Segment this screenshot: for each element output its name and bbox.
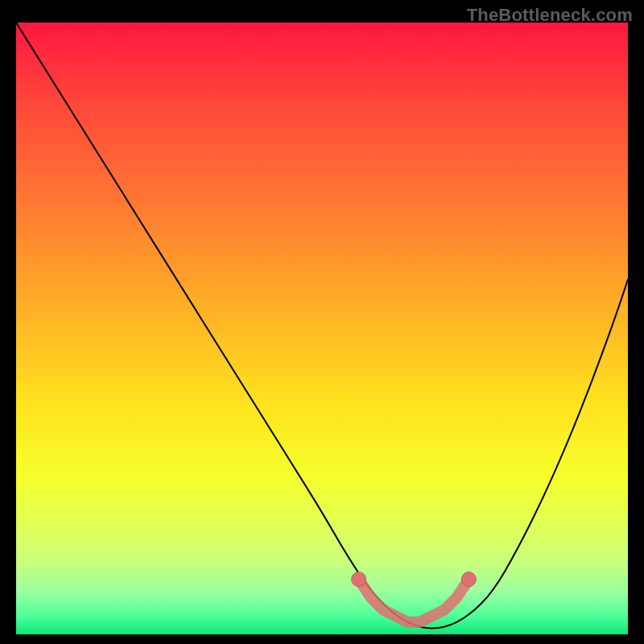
gradient-background xyxy=(16,23,628,634)
watermark-text: TheBottleneck.com xyxy=(467,5,633,26)
marker-dot xyxy=(461,572,476,587)
chart-frame: TheBottleneck.com xyxy=(0,0,644,644)
plot-area xyxy=(16,23,628,634)
marker-dot xyxy=(352,572,366,587)
chart-svg xyxy=(16,23,628,634)
